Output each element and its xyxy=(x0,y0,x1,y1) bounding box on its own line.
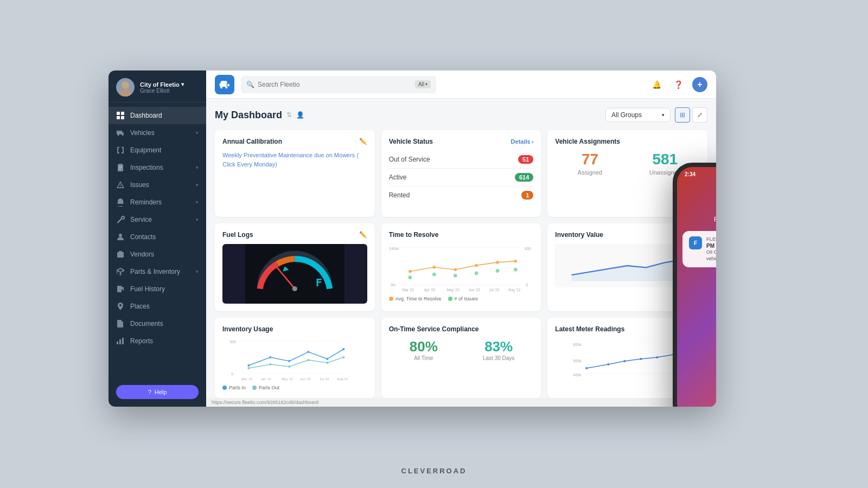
search-bar: 🔍 All ▾ xyxy=(241,76,436,93)
svg-point-56 xyxy=(514,268,518,272)
status-row-rented: Rented 1 xyxy=(389,187,534,204)
expand-view-button[interactable]: ⤢ xyxy=(692,107,707,123)
notifications-icon[interactable]: 🔔 xyxy=(649,77,664,92)
widget-title: Fuel Logs ✏️ xyxy=(222,231,367,239)
fuel-icon xyxy=(116,285,125,293)
widget-title: Annual Callibration ✏️ xyxy=(222,138,367,145)
sidebar-item-label: Contacts xyxy=(130,233,199,241)
svg-point-64 xyxy=(288,360,290,362)
time-resolve-chart: 240d 0h 100 0 Mar '22 Apr '22 May '22 Ju… xyxy=(389,244,534,293)
sidebar-item-fuel[interactable]: Fuel History xyxy=(108,280,206,298)
svg-text:500k: 500k xyxy=(573,359,582,363)
app-logo xyxy=(215,75,234,94)
group-selector[interactable]: All Groups ▾ xyxy=(605,108,671,122)
page-title-row: My Dashboard ⇅ 👤 xyxy=(215,110,304,121)
svg-text:600k: 600k xyxy=(573,343,582,346)
title-actions: All Groups ▾ ⊞ ⤢ xyxy=(605,107,707,123)
details-link[interactable]: Details › xyxy=(511,138,534,145)
user-icon[interactable]: 👤 xyxy=(296,111,304,119)
content-header: My Dashboard ⇅ 👤 All Groups ▾ ⊞ ⤢ xyxy=(215,107,707,123)
sidebar-item-contacts[interactable]: Contacts xyxy=(108,228,206,246)
sidebar-item-vehicles[interactable]: Vehicles ▾ xyxy=(108,124,206,142)
svg-point-16 xyxy=(119,234,122,237)
status-badge-active: 614 xyxy=(515,173,533,182)
svg-point-90 xyxy=(656,356,659,358)
svg-point-48 xyxy=(475,264,478,267)
sidebar-item-issues[interactable]: Issues ▾ xyxy=(108,176,206,194)
compliance-grid: 80% All Time 83% Last 30 Days xyxy=(389,338,534,361)
svg-point-51 xyxy=(408,275,412,279)
add-icon[interactable]: + xyxy=(692,77,707,92)
svg-point-26 xyxy=(225,86,227,88)
sidebar-item-dashboard[interactable]: Dashboard xyxy=(108,107,206,124)
svg-text:Aug '22: Aug '22 xyxy=(337,377,348,381)
svg-rect-27 xyxy=(227,84,229,86)
help-button[interactable]: ? Help xyxy=(116,385,199,399)
svg-text:Mar '22: Mar '22 xyxy=(241,377,252,381)
widget-title: Inventory Usage xyxy=(222,325,367,333)
chevron-right-icon: › xyxy=(532,138,534,145)
svg-rect-23 xyxy=(122,338,124,344)
svg-text:240d: 240d xyxy=(389,246,398,251)
calibration-link[interactable]: Weekly Preventative Maintenance due on M… xyxy=(222,151,367,169)
grid-view-button[interactable]: ⊞ xyxy=(675,107,690,123)
help-icon[interactable]: ❓ xyxy=(671,77,686,92)
svg-point-62 xyxy=(247,364,250,367)
inventory-usage-widget: Inventory Usage 500 0 xyxy=(215,318,375,398)
status-header: Vehicle Status Details › xyxy=(389,138,534,145)
edit-widget-icon[interactable]: ✏️ xyxy=(359,138,367,145)
phone-status-bar: 2:34 📶🔋 xyxy=(677,167,716,179)
topbar: 🔍 All ▾ 🔔 ❓ + xyxy=(206,70,716,99)
svg-point-1 xyxy=(119,89,131,97)
svg-point-30 xyxy=(292,286,297,291)
status-row-out-of-service: Out of Service 51 xyxy=(389,151,534,169)
sidebar-item-vendors[interactable]: Vendors xyxy=(108,246,206,263)
svg-text:Jun '22: Jun '22 xyxy=(468,288,480,292)
svg-point-86 xyxy=(586,367,588,369)
svg-point-69 xyxy=(269,363,271,365)
sidebar-item-label: Fuel History xyxy=(130,285,199,293)
sidebar-item-reminders[interactable]: Reminders ▾ xyxy=(108,194,206,211)
svg-point-7 xyxy=(118,134,119,136)
sidebar-item-equipment[interactable]: Equipment xyxy=(108,142,206,159)
svg-point-45 xyxy=(409,270,412,273)
chevron-down-icon: ▾ xyxy=(196,165,199,170)
legend-avg-time: Avg. Time to Resolve xyxy=(389,296,442,301)
sidebar-item-parts[interactable]: Parts & Inventory ▾ xyxy=(108,263,206,280)
edit-widget-icon[interactable]: ✏️ xyxy=(359,231,367,239)
sidebar-item-label: Dashboard xyxy=(130,112,199,119)
sidebar-item-inspections[interactable]: Inspections ▾ xyxy=(108,159,206,176)
svg-point-54 xyxy=(474,272,478,275)
wrench-icon xyxy=(116,215,125,224)
legend-dot xyxy=(252,386,257,390)
app-window: City of Fleetio ▾ Grace Elliott Dashboar… xyxy=(108,70,716,407)
edit-dashboard-icon[interactable]: ⇅ xyxy=(286,111,292,119)
notif-content: FLEETIO GO Tue 1:37 PM Reminder Oil Chan… xyxy=(706,236,716,262)
status-badge-out-of-service: 51 xyxy=(518,155,533,164)
svg-rect-18 xyxy=(119,254,120,256)
search-input[interactable] xyxy=(258,81,412,88)
sidebar-item-places[interactable]: Places xyxy=(108,298,206,315)
svg-point-25 xyxy=(220,86,222,88)
sidebar-item-reports[interactable]: Reports xyxy=(108,332,206,350)
svg-rect-17 xyxy=(117,252,124,258)
sidebar-item-documents[interactable]: Documents xyxy=(108,315,206,332)
phone-overlay: 2:34 📶🔋 2:34 Friday, June 14 F FLEETIO G… xyxy=(673,163,716,407)
svg-point-66 xyxy=(326,358,328,360)
assigned-count: 77 Assigned xyxy=(555,151,624,176)
svg-rect-10 xyxy=(119,164,122,165)
org-name[interactable]: City of Fleetio ▾ xyxy=(140,81,184,88)
sidebar-item-label: Reports xyxy=(130,337,199,345)
search-filter-badge[interactable]: All ▾ xyxy=(415,80,431,88)
sidebar-item-service[interactable]: Service ▾ xyxy=(108,211,206,228)
sidebar-item-label: Reminders xyxy=(130,198,190,206)
chevron-down-icon: ▾ xyxy=(196,130,199,136)
bell-icon xyxy=(116,198,125,207)
svg-text:100: 100 xyxy=(524,246,532,251)
chart-icon xyxy=(116,337,125,345)
sidebar-header: City of Fleetio ▾ Grace Elliott xyxy=(108,70,206,102)
sidebar-item-label: Inspections xyxy=(130,164,190,171)
notif-header: FLEETIO GO Tue 1:37 xyxy=(706,236,716,242)
user-name: Grace Elliott xyxy=(140,88,184,94)
widget-title: Vehicle Assignments xyxy=(555,138,700,145)
